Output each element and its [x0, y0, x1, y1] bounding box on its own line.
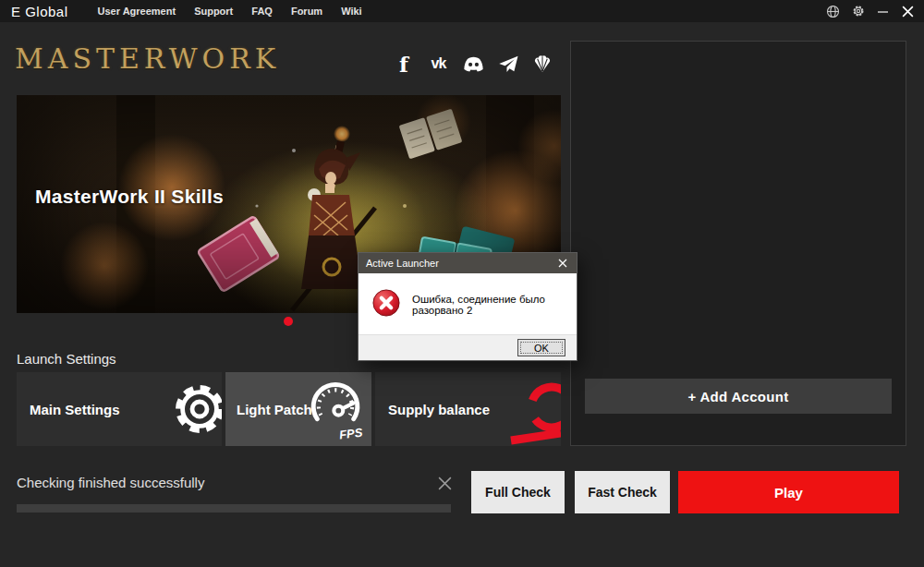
- error-dialog: Active Launcher Ошибка, соединение было …: [358, 252, 578, 361]
- tile-label: Supply balance: [388, 402, 490, 417]
- dialog-titlebar[interactable]: Active Launcher: [359, 253, 577, 273]
- dialog-title: Active Launcher: [366, 258, 439, 269]
- dialog-message: Ошибка, соединение было разорвано 2: [412, 294, 567, 316]
- banner-title: MasterWork II Skills: [35, 186, 224, 208]
- gear-icon: [170, 380, 222, 442]
- titlebar: E Global User Agreement Support FAQ Foru…: [0, 0, 924, 22]
- tile-label: Main Settings: [30, 402, 120, 417]
- settings-gear-icon[interactable]: [852, 5, 865, 18]
- menu-item-support[interactable]: Support: [194, 6, 233, 17]
- fps-icon-label: FPS: [338, 426, 363, 442]
- play-button[interactable]: Play: [678, 471, 899, 513]
- launch-settings-heading: Launch Settings: [17, 351, 116, 367]
- full-check-button[interactable]: Full Check: [471, 471, 565, 513]
- carousel-dot[interactable]: [284, 317, 293, 326]
- discord-icon[interactable]: [461, 52, 485, 76]
- telegram-icon[interactable]: [496, 52, 520, 76]
- vk-icon[interactable]: vk: [427, 52, 451, 76]
- window-controls: [826, 5, 915, 18]
- error-icon: [372, 289, 400, 320]
- status-close-icon[interactable]: [435, 474, 454, 492]
- dialog-body: Ошибка, соединение было разорвано 2: [359, 273, 577, 334]
- fast-check-button[interactable]: Fast Check: [575, 471, 670, 513]
- minimize-button[interactable]: [877, 6, 889, 18]
- progress-bar: [17, 504, 451, 513]
- balance-icon: [507, 374, 561, 446]
- app-logo: E Global: [11, 4, 68, 19]
- masterwork-logo: MASTERWORK: [15, 42, 280, 75]
- add-account-button[interactable]: + Add Account: [585, 379, 892, 414]
- social-links: f vk: [392, 50, 554, 78]
- accounts-panel: + Add Account: [570, 41, 906, 446]
- launcher-window: E Global User Agreement Support FAQ Foru…: [0, 0, 924, 567]
- tile-supply-balance[interactable]: Supply balance: [375, 372, 561, 446]
- menu-item-wiki[interactable]: Wiki: [341, 6, 362, 17]
- ok-button[interactable]: OK: [517, 339, 565, 356]
- close-button[interactable]: [901, 5, 915, 18]
- menu-item-faq[interactable]: FAQ: [251, 6, 273, 17]
- language-globe-icon[interactable]: [826, 5, 840, 18]
- tile-light-patch[interactable]: Light Patch FPS: [225, 372, 371, 446]
- tile-label: Light Patch: [237, 402, 312, 417]
- menu-item-forum[interactable]: Forum: [291, 6, 322, 17]
- dialog-footer: OK: [359, 334, 577, 360]
- dialog-close-button[interactable]: [556, 257, 569, 270]
- facebook-icon[interactable]: f: [392, 52, 416, 76]
- top-menu: User Agreement Support FAQ Forum Wiki: [98, 6, 362, 17]
- status-message: Checking finished successfully: [17, 475, 204, 490]
- menu-item-user-agreement[interactable]: User Agreement: [98, 6, 176, 17]
- tile-main-settings[interactable]: Main Settings: [17, 372, 222, 446]
- shell-icon[interactable]: [530, 52, 554, 76]
